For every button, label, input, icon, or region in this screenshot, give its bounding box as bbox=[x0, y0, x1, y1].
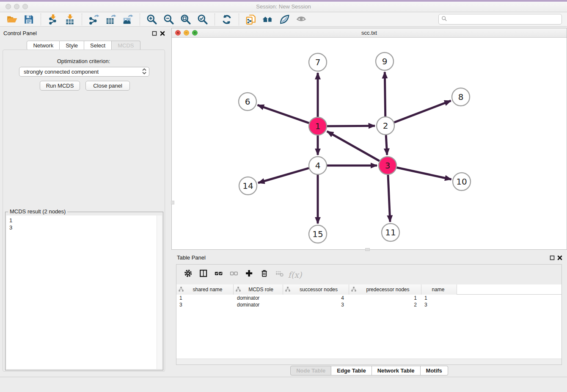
column-header-name[interactable]: name bbox=[421, 284, 457, 295]
node-11[interactable]: 11 bbox=[382, 224, 399, 241]
function-builder-icon: f(x) bbox=[288, 270, 302, 279]
hierarchy-icon bbox=[236, 287, 241, 293]
svg-text:3: 3 bbox=[385, 160, 391, 171]
mcds-result-lines: 13 bbox=[6, 215, 162, 232]
tab-network-table[interactable]: Network Table bbox=[372, 366, 421, 375]
save-session-button[interactable] bbox=[22, 13, 36, 26]
table-horizontal-scrollbar[interactable] bbox=[176, 359, 561, 364]
mcds-result-textarea[interactable]: 13 bbox=[6, 215, 162, 369]
run-mcds-button[interactable]: Run MCDS bbox=[40, 81, 80, 91]
table-panel-float-button[interactable] bbox=[549, 255, 555, 261]
table-panel-close-button[interactable] bbox=[557, 255, 563, 261]
network-window-minimize-button[interactable]: − bbox=[184, 30, 189, 36]
tab-network[interactable]: Network bbox=[27, 41, 60, 50]
node-8[interactable]: 8 bbox=[452, 88, 470, 106]
cell[interactable]: dominator bbox=[234, 295, 283, 301]
zoom-out-button[interactable] bbox=[162, 13, 176, 26]
close-panel-button[interactable]: Close panel bbox=[85, 81, 130, 91]
select-all-columns-button[interactable] bbox=[212, 268, 225, 281]
delete-columns-button[interactable] bbox=[258, 268, 271, 281]
column-header-predecessor-nodes[interactable]: predecessor nodes bbox=[349, 284, 421, 295]
split-panel-button[interactable] bbox=[197, 268, 210, 281]
cell[interactable]: 1 bbox=[176, 295, 234, 301]
edge-4-14[interactable] bbox=[258, 168, 309, 183]
table-settings-gear-button[interactable] bbox=[182, 268, 195, 281]
node-10[interactable]: 10 bbox=[453, 173, 471, 190]
cell[interactable]: 3 bbox=[421, 301, 457, 308]
show-hide-graphics-details-icon bbox=[296, 14, 307, 25]
node-4[interactable]: 4 bbox=[309, 157, 327, 174]
export-network-button[interactable] bbox=[87, 13, 101, 26]
open-session-button[interactable] bbox=[5, 13, 19, 26]
tab-style[interactable]: Style bbox=[60, 41, 84, 50]
zoom-selected-button[interactable] bbox=[195, 13, 210, 26]
table-row-3[interactable]: 3dominator323 bbox=[176, 301, 561, 308]
mcds-result-line: 3 bbox=[9, 224, 159, 231]
show-visual-styles-button[interactable] bbox=[278, 13, 292, 26]
tab-node-table[interactable]: Node Table bbox=[290, 366, 331, 375]
column-header-successor-nodes[interactable]: successor nodes bbox=[283, 284, 349, 295]
optimization-criterion-select[interactable]: strongly connected component bbox=[19, 67, 149, 77]
mcds-result-title: MCDS result (2 nodes) bbox=[8, 208, 67, 215]
apply-preferred-layout-button[interactable] bbox=[261, 13, 275, 26]
edge-2-8[interactable] bbox=[394, 101, 451, 122]
cell[interactable]: 3 bbox=[176, 301, 234, 308]
node-1[interactable]: 1 bbox=[309, 117, 327, 135]
tab-edge-table[interactable]: Edge Table bbox=[331, 366, 372, 375]
control-panel-float-button[interactable] bbox=[151, 30, 157, 36]
network-window-close-button[interactable]: ✕ bbox=[175, 30, 181, 36]
edge-2-9[interactable] bbox=[385, 72, 385, 116]
import-network-from-file-icon bbox=[47, 14, 58, 25]
tab-select[interactable]: Select bbox=[84, 41, 112, 50]
fit-content-button[interactable] bbox=[179, 13, 193, 26]
delete-table-icon bbox=[275, 269, 284, 280]
mcds-result-scrollbar[interactable] bbox=[157, 215, 162, 369]
cell[interactable]: 1 bbox=[421, 295, 457, 301]
cell[interactable]: 3 bbox=[283, 301, 349, 308]
column-header-mcds-role[interactable]: MCDS role bbox=[234, 284, 283, 295]
edge-2-3[interactable] bbox=[386, 135, 387, 155]
node-2[interactable]: 2 bbox=[377, 117, 394, 135]
edge-3-11[interactable] bbox=[388, 175, 390, 222]
create-new-column-button[interactable] bbox=[243, 268, 256, 281]
function-builder-button: f(x) bbox=[289, 268, 301, 281]
deselect-all-columns-button[interactable] bbox=[228, 268, 240, 281]
copy-network-view-button[interactable] bbox=[244, 13, 258, 26]
export-image-button[interactable] bbox=[121, 13, 135, 26]
export-table-button[interactable] bbox=[104, 13, 118, 26]
zoom-selected-icon bbox=[197, 14, 208, 25]
show-hide-graphics-details-button[interactable] bbox=[295, 13, 309, 26]
column-header-shared-name[interactable]: shared name bbox=[176, 284, 234, 295]
search-input[interactable] bbox=[447, 15, 561, 24]
edge-1-6[interactable] bbox=[258, 105, 309, 123]
window-title: Session: New Session bbox=[0, 2, 567, 12]
tab-motifs[interactable]: Motifs bbox=[421, 366, 448, 375]
table-row-1[interactable]: 1dominator411 bbox=[176, 295, 561, 301]
import-table-from-file-button[interactable] bbox=[63, 13, 77, 26]
node-6[interactable]: 6 bbox=[239, 93, 256, 110]
network-canvas[interactable]: 1234678910111415 bbox=[172, 38, 567, 249]
network-window-zoom-button[interactable]: + bbox=[192, 30, 198, 36]
node-14[interactable]: 14 bbox=[239, 177, 257, 195]
control-panel-close-button[interactable] bbox=[160, 30, 165, 36]
cell[interactable]: dominator bbox=[234, 301, 283, 308]
cell[interactable]: 4 bbox=[283, 295, 349, 301]
cell[interactable]: 2 bbox=[349, 301, 421, 308]
node-9[interactable]: 9 bbox=[376, 52, 394, 70]
zoom-in-button[interactable] bbox=[145, 13, 159, 26]
toolbar-separator bbox=[82, 14, 82, 25]
edge-3-10[interactable] bbox=[397, 168, 451, 179]
node-3[interactable]: 3 bbox=[379, 157, 396, 174]
horizontal-splitter-handle[interactable] bbox=[365, 248, 370, 251]
import-network-from-file-button[interactable] bbox=[46, 13, 60, 26]
vertical-splitter-handle[interactable] bbox=[171, 201, 174, 204]
cell[interactable]: 1 bbox=[349, 295, 421, 301]
svg-text:10: 10 bbox=[456, 177, 467, 187]
edge-3-1[interactable] bbox=[327, 131, 380, 161]
search-box[interactable] bbox=[438, 14, 562, 25]
tab-mcds[interactable]: MCDS bbox=[112, 41, 140, 50]
edge-1-2[interactable] bbox=[327, 126, 375, 126]
node-7[interactable]: 7 bbox=[309, 53, 327, 71]
refresh-network-view-button[interactable] bbox=[220, 13, 234, 26]
node-15[interactable]: 15 bbox=[309, 225, 327, 243]
